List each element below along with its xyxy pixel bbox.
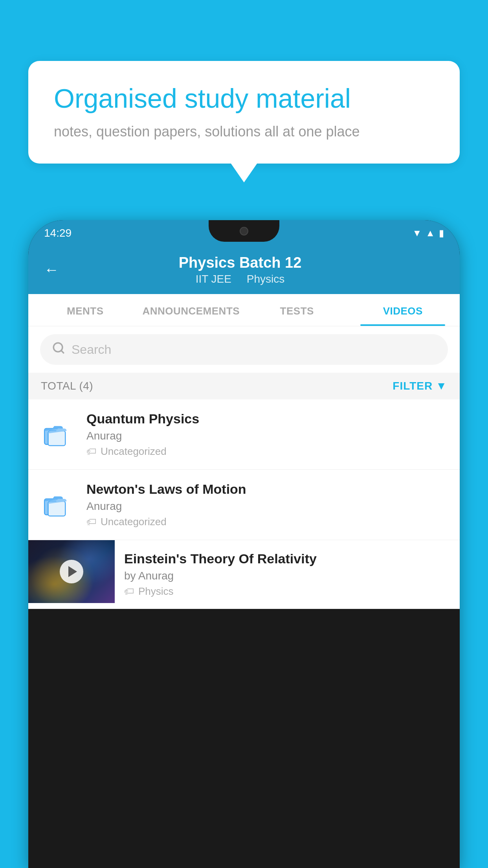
svg-rect-5 [48,501,65,516]
total-count: TOTAL (4) [41,380,93,392]
app-header: ← Physics Batch 12 IIT JEE Physics [28,246,460,294]
header-title: Physics Batch 12 [67,254,413,271]
list-item[interactable]: Newton's Laws of Motion Anurag 🏷 Uncateg… [28,470,460,540]
tag-icon: 🏷 [86,516,97,528]
search-input-placeholder: Search [72,342,111,357]
item-tag: 🏷 Uncategorized [86,445,448,458]
tab-videos[interactable]: VIDEOS [350,294,456,326]
phone-frame: 14:29 ▼ ▲ ▮ ← Physics Batch 12 IIT JEE P… [28,220,460,868]
camera-dot [240,227,248,235]
status-icons: ▼ ▲ ▮ [412,228,444,239]
tabs-bar: MENTS ANNOUNCEMENTS TESTS VIDEOS [28,294,460,326]
item-title: Newton's Laws of Motion [86,482,448,497]
tag-icon: 🏷 [86,445,97,458]
item-title: Quantum Physics [86,411,448,427]
item-info: Quantum Physics Anurag 🏷 Uncategorized [86,411,448,458]
folder-icon [40,487,75,522]
filter-button[interactable]: FILTER ▼ [393,380,447,392]
video-title: Einstein's Theory Of Relativity [124,551,450,566]
item-author: Anurag [86,430,448,442]
video-thumbnail [28,540,115,603]
video-tag: 🏷 Physics [124,585,450,598]
header-center: Physics Batch 12 IIT JEE Physics [67,254,413,285]
item-tag: 🏷 Uncategorized [86,516,448,528]
item-info: Newton's Laws of Motion Anurag 🏷 Uncateg… [86,482,448,528]
play-triangle-icon [68,566,77,577]
notch [209,220,279,242]
wifi-icon: ▼ [412,228,422,239]
search-icon [52,341,65,358]
filter-funnel-icon: ▼ [436,380,447,392]
status-time: 14:29 [44,227,72,239]
svg-rect-3 [48,431,65,446]
tab-announcements[interactable]: ANNOUNCEMENTS [138,294,244,326]
bubble-title: Organised study material [54,83,434,115]
back-button[interactable]: ← [44,261,59,278]
video-info: Einstein's Theory Of Relativity by Anura… [115,540,460,609]
tab-ments[interactable]: MENTS [32,294,138,326]
video-list-item[interactable]: Einstein's Theory Of Relativity by Anura… [28,540,460,609]
battery-icon: ▮ [439,228,444,239]
filter-bar: TOTAL (4) FILTER ▼ [28,373,460,399]
list-item[interactable]: Quantum Physics Anurag 🏷 Uncategorized [28,399,460,470]
video-author: by Anurag [124,570,450,582]
play-button[interactable] [60,560,83,583]
tag-icon: 🏷 [124,585,134,598]
tab-tests[interactable]: TESTS [244,294,350,326]
header-subtitle: IIT JEE Physics [67,273,413,285]
search-box[interactable]: Search [40,334,448,365]
svg-line-1 [61,351,64,353]
folder-icon [40,417,75,452]
item-author: Anurag [86,500,448,513]
speech-bubble: Organised study material notes, question… [28,61,460,164]
list-container: Quantum Physics Anurag 🏷 Uncategorized [28,399,460,609]
bubble-subtitle: notes, question papers, solutions all at… [54,123,434,140]
status-bar: 14:29 ▼ ▲ ▮ [28,220,460,246]
search-container: Search [28,326,460,373]
signal-icon: ▲ [426,228,435,239]
